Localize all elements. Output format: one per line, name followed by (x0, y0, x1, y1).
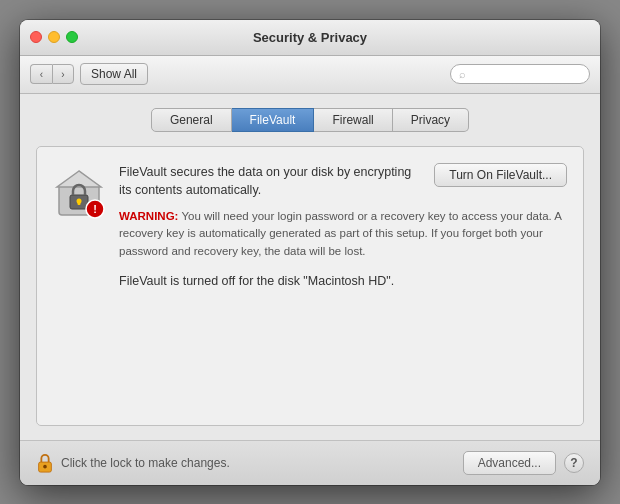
forward-button[interactable]: › (52, 64, 74, 84)
click-lock-label: Click the lock to make changes. (61, 456, 230, 470)
search-field[interactable]: ⌕ (450, 64, 590, 84)
svg-text:!: ! (93, 203, 97, 215)
main-window: Security & Privacy ‹ › Show All ⌕ Genera… (20, 20, 600, 485)
show-all-button[interactable]: Show All (80, 63, 148, 85)
titlebar: Security & Privacy (20, 20, 600, 56)
help-button[interactable]: ? (564, 453, 584, 473)
lock-icon[interactable] (36, 453, 54, 473)
content-area: General FileVault Firewall Privacy (20, 94, 600, 440)
tab-bar: General FileVault Firewall Privacy (36, 108, 584, 132)
toolbar: ‹ › Show All ⌕ (20, 56, 600, 94)
warning-label: WARNING: (119, 210, 178, 222)
svg-rect-4 (78, 201, 81, 205)
advanced-button[interactable]: Advanced... (463, 451, 556, 475)
bottom-right-controls: Advanced... ? (463, 451, 584, 475)
maximize-button[interactable] (66, 31, 78, 43)
back-button[interactable]: ‹ (30, 64, 52, 84)
bottom-bar: Click the lock to make changes. Advanced… (20, 440, 600, 485)
search-icon: ⌕ (459, 68, 466, 80)
panel-header-row: FileVault secures the data on your disk … (119, 163, 567, 201)
panel-content: ! FileVault secures the data on your dis… (53, 163, 567, 288)
panel-text-area: FileVault secures the data on your disk … (119, 163, 567, 288)
traffic-lights (30, 31, 78, 43)
tab-firewall[interactable]: Firewall (314, 108, 392, 132)
filevault-panel: ! FileVault secures the data on your dis… (36, 146, 584, 426)
nav-buttons: ‹ › (30, 64, 74, 84)
tab-filevault[interactable]: FileVault (232, 108, 315, 132)
filevault-icon: ! (53, 167, 105, 219)
warning-section: WARNING: You will need your login passwo… (119, 208, 567, 260)
search-input[interactable] (469, 68, 581, 80)
warning-body: You will need your login password or a r… (119, 210, 561, 257)
tab-privacy[interactable]: Privacy (393, 108, 469, 132)
tab-general[interactable]: General (151, 108, 232, 132)
turn-on-filevault-button[interactable]: Turn On FileVault... (434, 163, 567, 187)
minimize-button[interactable] (48, 31, 60, 43)
window-title: Security & Privacy (253, 30, 367, 45)
filevault-description: FileVault secures the data on your disk … (119, 163, 422, 201)
filevault-status: FileVault is turned off for the disk "Ma… (119, 274, 567, 288)
svg-point-8 (43, 464, 47, 468)
close-button[interactable] (30, 31, 42, 43)
